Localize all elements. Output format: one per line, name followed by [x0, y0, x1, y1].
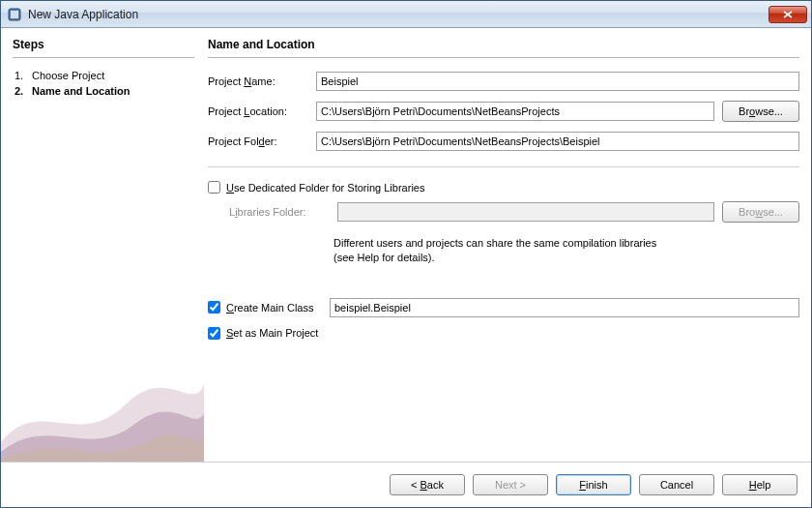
titlebar: New Java Application	[1, 1, 811, 28]
divider	[208, 166, 799, 167]
browse-libraries-button: Browse...	[722, 201, 799, 223]
main-heading: Name and Location	[208, 38, 799, 58]
svg-rect-1	[11, 11, 18, 18]
create-main-class-checkbox[interactable]	[208, 301, 220, 314]
back-button[interactable]: < Back	[390, 474, 465, 495]
create-main-class-label[interactable]: Create Main Class	[226, 302, 314, 314]
steps-panel: Steps 1.Choose Project 2.Name and Locati…	[13, 38, 194, 462]
button-bar: < Back Next > Finish Cancel Help	[1, 462, 811, 507]
project-location-row: Project Location: Browse...	[208, 101, 799, 122]
project-name-input[interactable]	[316, 72, 799, 91]
libraries-folder-row: Libraries Folder: Browse...	[208, 201, 799, 223]
close-button[interactable]	[768, 6, 807, 23]
set-main-project-row: Set as Main Project	[208, 327, 799, 340]
set-main-project-checkbox[interactable]	[208, 327, 220, 340]
steps-heading: Steps	[13, 38, 194, 58]
project-name-label: Project Name:	[208, 75, 308, 87]
decorative-wave	[1, 345, 204, 462]
set-main-project-label[interactable]: Set as Main Project	[226, 327, 318, 339]
project-folder-label: Project Folder:	[208, 135, 308, 147]
wizard-window: New Java Application Steps 1.Choose Proj…	[0, 0, 812, 508]
main-class-input[interactable]	[330, 298, 799, 317]
step-item-current: 2.Name and Location	[14, 83, 194, 99]
project-location-input[interactable]	[316, 102, 714, 121]
project-folder-row: Project Folder:	[208, 132, 799, 151]
project-location-label: Project Location:	[208, 105, 308, 117]
dedicated-folder-row: Use Dedicated Folder for Storing Librari…	[208, 181, 799, 194]
window-title: New Java Application	[28, 8, 768, 21]
body-area: Steps 1.Choose Project 2.Name and Locati…	[1, 28, 811, 462]
app-icon	[7, 7, 22, 22]
libraries-folder-label: Libraries Folder:	[229, 206, 330, 218]
step-item: 1.Choose Project	[14, 68, 194, 83]
dedicated-folder-label[interactable]: Use Dedicated Folder for Storing Librari…	[226, 182, 424, 194]
steps-list: 1.Choose Project 2.Name and Location	[13, 68, 194, 99]
project-name-row: Project Name:	[208, 72, 799, 91]
libraries-hint: Different users and projects can share t…	[208, 236, 672, 265]
main-panel: Name and Location Project Name: Project …	[208, 38, 799, 462]
create-main-class-row: Create Main Class	[208, 298, 799, 317]
finish-button[interactable]: Finish	[556, 474, 631, 495]
next-button: Next >	[473, 474, 548, 495]
help-button[interactable]: Help	[722, 474, 798, 495]
dedicated-folder-checkbox[interactable]	[208, 181, 220, 194]
libraries-folder-input	[337, 202, 714, 222]
project-folder-input[interactable]	[316, 132, 799, 151]
cancel-button[interactable]: Cancel	[639, 474, 714, 495]
browse-location-button[interactable]: Browse...	[722, 101, 799, 122]
